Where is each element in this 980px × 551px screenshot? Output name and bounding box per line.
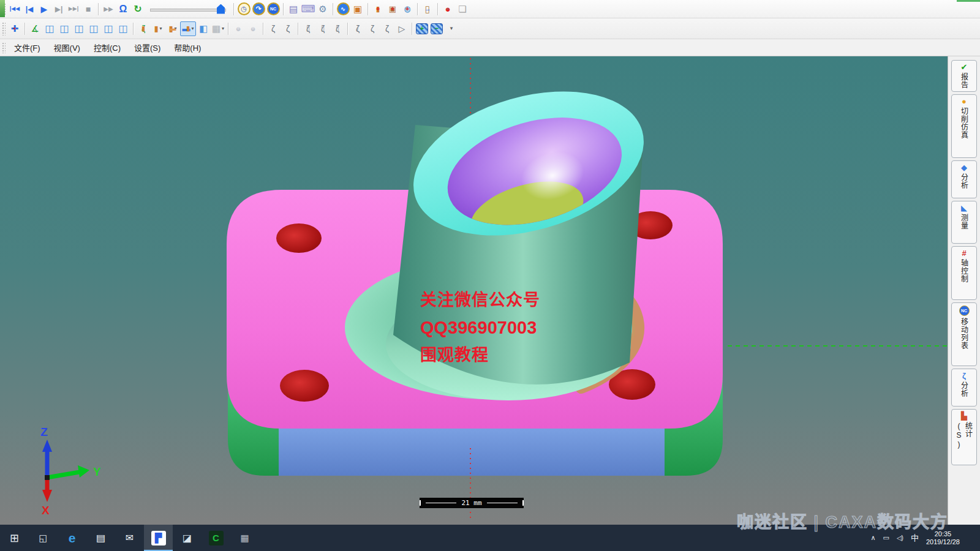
stock-collision-icon[interactable]: ▣+	[385, 2, 400, 16]
path-polygon-button[interactable]: ▷	[394, 22, 409, 36]
path-segment-1-button[interactable]: ζ	[266, 22, 281, 36]
windows-taskbar: ⊞◱e▤✉▛◪C▦ ∧▭◁)中 20:35 2019/12/28	[0, 525, 980, 551]
tab-measure[interactable]: ◣测量	[951, 201, 977, 244]
path-segment-4-button[interactable]: ζ	[380, 22, 394, 36]
tab-axis-control[interactable]: #轴控制	[951, 246, 977, 300]
fit-view-button[interactable]: ✚▪	[7, 22, 22, 36]
show-toolpath-button[interactable]: ζ▮	[136, 22, 151, 36]
3d-viewport[interactable]: Z Y X 关注微信公众号 QQ396907003 围观教程 21 mm	[0, 56, 948, 525]
tray-volume-icon[interactable]: ◁)	[897, 535, 903, 541]
taskbar-clock[interactable]: 20:35 2019/12/28	[926, 530, 962, 546]
view-cube-back-button[interactable]: ◫	[57, 22, 72, 36]
path-trim-button[interactable]: ζ/	[350, 22, 365, 36]
toolbar-overflow-button[interactable]: ▾	[444, 22, 459, 36]
tab-nc-move-list[interactable]: NC移动列表	[951, 302, 977, 366]
show-machine-button-dropdown[interactable]: ▾	[222, 26, 224, 31]
edge-browser-icon[interactable]: e	[58, 525, 86, 551]
skip-to-start-button[interactable]: |◀◀	[7, 2, 22, 16]
store-icon[interactable]: ▤	[86, 525, 115, 551]
keyboard-icon[interactable]: ⌨	[301, 2, 315, 16]
loop-simulation-button[interactable]: Ω	[116, 2, 130, 16]
start-button[interactable]: ⊞	[0, 525, 29, 551]
iso-axes-view-button[interactable]: ∡	[28, 22, 42, 36]
tab-report[interactable]: ✔报告	[951, 60, 977, 92]
menu-item-2[interactable]: 控制(C)	[87, 39, 127, 56]
play-button[interactable]: ▶	[37, 2, 51, 16]
tab-cutting-simulation[interactable]: ●切削仿真	[951, 94, 977, 158]
view-cube-right-button[interactable]: ◫	[86, 22, 101, 36]
fast-forward-button[interactable]: ▶▶	[101, 2, 116, 16]
view-cube-left-button[interactable]: ◫	[72, 22, 86, 36]
tab-analysis-curve[interactable]: ζ分析	[951, 369, 977, 407]
step-back-button[interactable]: |◀	[22, 2, 37, 16]
machine-tool-app[interactable]: ▦	[230, 525, 259, 551]
tab-analysis-fill[interactable]: ◆分析	[951, 160, 977, 198]
view-cube-bottom-button[interactable]: ◫	[116, 22, 130, 36]
axes-triad: Z Y X	[40, 425, 101, 517]
add-stock-button[interactable]: +	[415, 22, 429, 36]
stock-box-icon[interactable]: ▣	[350, 2, 365, 16]
tray-chevron-icon[interactable]: ∧	[870, 534, 875, 541]
axis-label-y: Y	[93, 465, 101, 478]
toolbar-separator	[228, 23, 228, 35]
scale-bar: 21 mm	[420, 498, 524, 508]
skip-to-end-button[interactable]: ▶▶|	[66, 2, 81, 16]
window-top-accent	[957, 0, 980, 2]
path-with-tool-1-button[interactable]: ζ▯	[301, 22, 315, 36]
tray-tablet-icon[interactable]: ▭	[883, 534, 889, 541]
tray-ime-indicator[interactable]: 中	[911, 534, 919, 542]
machine-collision-icon[interactable]: ◍+	[400, 2, 415, 16]
tool-collision-icon[interactable]: ▮+	[371, 2, 385, 16]
simulation-speed-slider[interactable]	[150, 4, 226, 15]
mail-icon[interactable]: ✉	[115, 525, 144, 551]
note-line-2: QQ396907003	[420, 314, 540, 342]
axis-label-z: Z	[40, 425, 48, 438]
toolbar-grip[interactable]	[1, 21, 6, 36]
view-cube-front-button[interactable]: ◫	[42, 22, 57, 36]
show-tool-button-dropdown[interactable]: ▾	[160, 26, 162, 31]
stop-button[interactable]: ■	[81, 2, 96, 16]
view-cube-top-button[interactable]: ◫	[101, 22, 116, 36]
show-stock-button[interactable]: ◧	[196, 22, 211, 36]
video-record-icon[interactable]: ▤	[286, 2, 301, 16]
show-tool-stock-button-dropdown[interactable]: ▾	[175, 26, 177, 31]
show-tool-stock-button[interactable]: ▮▬▾	[165, 22, 180, 36]
axis-label-x: X	[42, 504, 50, 517]
exit-simulation-icon[interactable]: ▯→	[420, 2, 435, 16]
ballnose-tool-2-button[interactable]: ●◦	[246, 22, 260, 36]
show-machine-button[interactable]: ▦▾	[211, 22, 225, 36]
path-segment-3-button[interactable]: ζ	[365, 22, 380, 36]
caxa-simulation-app[interactable]: ▛	[144, 525, 173, 551]
path-trace-icon[interactable]: ↷	[251, 2, 266, 16]
path-with-tool-3-button[interactable]: ζ▯	[330, 22, 345, 36]
simulation-display-mode-button[interactable]: ▬▮▾	[180, 21, 196, 36]
path-with-tool-2-button[interactable]: ζ▯	[315, 22, 330, 36]
show-tool-button[interactable]: ▮▾	[151, 22, 165, 36]
trajectory-sphere-icon[interactable]: ∿	[336, 2, 350, 16]
task-view-button[interactable]: ◱	[29, 525, 58, 551]
menu-item-0[interactable]: 文件(F)	[7, 39, 47, 56]
caxa-3d-app[interactable]: C	[202, 525, 230, 551]
nc-code-icon[interactable]: NC	[266, 2, 281, 16]
menubar-grip[interactable]	[1, 42, 6, 53]
subtract-stock-button[interactable]: −	[429, 22, 444, 36]
stopwatch-icon[interactable]: ◷	[236, 2, 251, 16]
settings-gear-icon[interactable]: ⚙	[315, 2, 330, 16]
copy-report-icon[interactable]: ❏	[455, 2, 470, 16]
tab-statistics[interactable]: ▙统计(S)	[951, 409, 977, 465]
notepad-app[interactable]: ◪	[173, 525, 202, 551]
tab-measure-label: 测量	[959, 214, 970, 230]
path-segment-2-button[interactable]: ζ	[281, 22, 295, 36]
step-forward-button[interactable]: ▶|	[51, 2, 66, 16]
menu-item-4[interactable]: 帮助(H)	[167, 39, 208, 56]
ruler-icon: ◣	[961, 204, 967, 212]
ballnose-tool-1-button[interactable]: ●◦	[231, 22, 246, 36]
toolbar-separator	[298, 23, 298, 35]
restart-button[interactable]: ↻	[130, 2, 145, 16]
report-ball-icon[interactable]: ●▫	[440, 2, 455, 16]
simulation-display-mode-button-dropdown[interactable]: ▾	[191, 26, 194, 31]
menu-item-1[interactable]: 视图(V)	[47, 39, 87, 56]
note-line-3: 围观教程	[420, 342, 540, 369]
view-toolbar: ✚▪∡◫◫◫◫◫◫ζ▮▮▾▮▬▾▬▮▾◧▦▾●◦●◦ζζζ▯ζ▯ζ▯ζ/ζζ▷+…	[0, 18, 980, 39]
menu-item-3[interactable]: 设置(S)	[127, 39, 167, 56]
